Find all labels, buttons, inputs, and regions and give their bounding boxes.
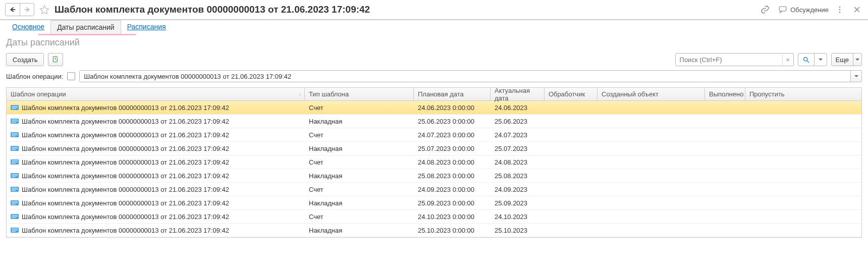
close-icon[interactable] [851,4,863,16]
tab-2[interactable]: Расписания [121,20,172,34]
cell-op: Шаблон комплекта документов 00000000013 … [22,227,229,234]
svg-rect-30 [12,174,18,175]
cell-done [705,224,745,237]
filter-value: Шаблон комплекта документов 00000000013 … [80,71,850,82]
svg-rect-20 [12,136,16,136]
chat-icon [778,5,787,14]
cell-skip [745,142,788,155]
cell-op: Шаблон комплекта документов 00000000013 … [22,172,229,180]
svg-rect-35 [12,189,18,190]
document-icon [11,227,19,233]
svg-point-3 [839,7,841,8]
svg-rect-19 [12,135,18,135]
find-dropdown-icon[interactable] [814,53,827,66]
table-row[interactable]: Шаблон комплекта документов 00000000013 … [7,183,861,196]
table-row[interactable]: Шаблон комплекта документов 00000000013 … [7,169,861,183]
link-icon[interactable] [759,4,771,16]
cell-handler [545,169,598,182]
column-header[interactable]: Шаблон операции↓ [7,88,305,100]
grid-header: Шаблон операции↓Тип шаблонаПлановая дата… [7,88,861,101]
nav-forward-button[interactable] [20,4,34,16]
search-input[interactable] [676,56,782,64]
cell-op: Шаблон комплекта документов 00000000013 … [22,131,229,139]
table-row[interactable]: Шаблон комплекта документов 00000000013 … [7,128,861,142]
kebab-menu-icon[interactable] [834,4,846,16]
filter-field[interactable]: Шаблон комплекта документов 00000000013 … [79,70,862,82]
favorite-star-icon[interactable] [38,4,50,16]
svg-rect-42 [12,215,18,216]
cell-op: Шаблон комплекта документов 00000000013 … [22,199,229,207]
svg-line-8 [807,61,809,63]
cell-skip [745,115,788,128]
cell-created [598,183,705,196]
cell-done [705,128,745,141]
cell-created [598,115,705,128]
svg-rect-10 [12,106,18,106]
cell-skip [745,224,788,237]
svg-rect-18 [12,133,18,134]
svg-rect-39 [12,203,18,203]
cell-created [598,128,705,141]
discuss-button[interactable]: Обсуждение [778,5,829,14]
cell-handler [545,210,598,223]
create-button[interactable]: Создать [6,53,44,66]
cell-actual: 24.06.2023 [491,101,545,114]
column-header[interactable]: Тип шаблона [305,88,414,100]
more-button[interactable]: Еще [832,53,853,66]
table-row[interactable]: Шаблон комплекта документов 00000000013 … [7,115,861,128]
nav-back-button[interactable] [6,4,20,16]
svg-rect-48 [12,231,16,232]
cell-actual: 24.10.2023 [491,210,545,223]
column-header[interactable]: Выполнено [705,88,745,100]
cell-actual: 24.09.2023 [491,183,545,196]
data-grid: Шаблон операции↓Тип шаблонаПлановая дата… [6,87,862,238]
document-icon [11,159,19,165]
cell-done [705,183,745,196]
table-row[interactable]: Шаблон комплекта документов 00000000013 … [7,155,861,169]
cell-handler [545,142,598,155]
column-header[interactable]: Созданный объект [598,88,705,100]
cell-created [598,210,705,223]
column-header[interactable]: Обработчик [545,88,598,100]
cell-type: Счет [305,101,414,114]
section-subtitle: Даты расписаний [0,34,868,53]
cell-op: Шаблон комплекта документов 00000000013 … [22,158,229,166]
table-row[interactable]: Шаблон комплекта документов 00000000013 … [7,142,861,155]
table-row[interactable]: Шаблон комплекта документов 00000000013 … [7,224,861,237]
table-row[interactable]: Шаблон комплекта документов 00000000013 … [7,196,861,210]
svg-rect-14 [12,120,18,120]
cell-type: Накладная [305,224,414,237]
cell-plan: 24.10.2023 0:00:00 [414,210,491,223]
column-header[interactable]: Актуальная дата [491,88,545,100]
cell-done [705,101,745,114]
document-icon [11,200,19,206]
filter-dropdown-icon[interactable] [850,71,861,82]
cell-created [598,155,705,169]
document-icon [11,132,19,138]
find-button[interactable] [798,53,814,66]
cell-actual: 25.07.2023 [491,142,545,155]
svg-rect-46 [12,229,18,229]
cell-created [598,169,705,182]
cell-done [705,196,745,209]
cell-handler [545,101,598,114]
svg-rect-11 [12,107,18,108]
tab-0[interactable]: Основное [6,20,50,34]
column-header[interactable]: Плановая дата [414,88,491,100]
cell-type: Счет [305,128,414,141]
more-dropdown-icon[interactable] [853,53,861,66]
discuss-label: Обсуждение [790,6,829,14]
cell-actual: 24.07.2023 [491,128,545,141]
cell-plan: 25.09.2023 0:00:00 [414,196,491,209]
filter-label: Шаблон операции: [6,73,63,80]
search-clear-icon[interactable]: × [782,53,793,66]
table-row[interactable]: Шаблон комплекта документов 00000000013 … [7,210,861,224]
table-row[interactable]: Шаблон комплекта документов 00000000013 … [7,101,861,115]
search-field[interactable]: × [675,53,794,66]
cell-done [705,142,745,155]
filter-checkbox[interactable] [67,72,75,80]
cell-handler [545,128,598,141]
tab-1[interactable]: Даты расписаний [50,20,121,34]
column-header[interactable]: Пропустить [745,88,788,100]
refresh-button[interactable] [48,53,63,66]
